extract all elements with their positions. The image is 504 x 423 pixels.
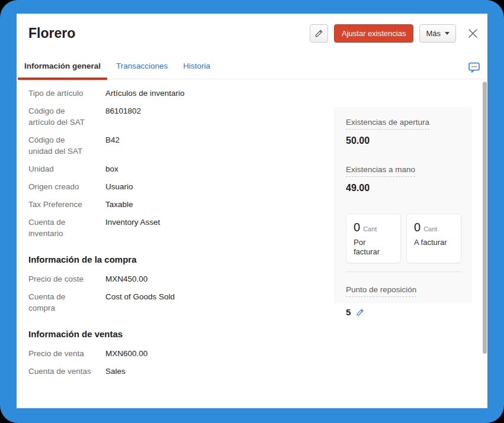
tab-content-general: Tipo de artículo Artículos de inventario… [17, 79, 487, 412]
field-value: MXN600.00 [105, 348, 325, 359]
field-value: B42 [105, 134, 325, 157]
more-button[interactable]: Más [419, 24, 456, 43]
qty-row: 0 Cant [354, 220, 393, 234]
tab-transacciones[interactable]: Transacciones [110, 62, 174, 79]
stock-on-hand-label: Existencias a mano [346, 164, 415, 177]
adjust-stock-button[interactable]: Ajustar existencias [334, 24, 413, 43]
qty-value: 0 [354, 220, 360, 234]
field-row-precio-coste: Precio de coste MXN450.00 [28, 273, 325, 285]
tab-historia[interactable]: Historia [176, 62, 217, 79]
field-value: Usuario [105, 181, 325, 192]
field-value: Sales [105, 366, 325, 377]
adjust-stock-label: Ajustar existencias [342, 29, 406, 38]
qty-to-invoice-card[interactable]: 0 Cant Por facturar [346, 214, 401, 263]
field-value: Taxable [105, 199, 325, 210]
tab-label: Historia [183, 62, 210, 70]
stock-on-hand-value: 49.00 [346, 182, 461, 193]
field-label: Tax Preference [28, 199, 105, 210]
field-row-codigo-articulo-sat: Código de artículo del SAT 86101802 [28, 105, 325, 128]
qty-value: 0 [414, 220, 420, 234]
tab-label: Información general [24, 62, 101, 70]
field-row-cuenta-ventas: Cuenta de ventas Sales [28, 366, 325, 377]
sales-section-title: Información de ventas [28, 329, 325, 340]
field-row-unidad: Unidad box [28, 163, 325, 175]
field-label: Cuenta de compra [28, 291, 105, 314]
field-value: Artículos de inventario [105, 88, 325, 99]
qty-row: 0 Cant [414, 220, 454, 234]
field-row-origen: Origen creado Usuario [28, 181, 325, 192]
qty-caption: A facturar [414, 238, 454, 247]
stock-on-hand-group: Existencias a mano 49.00 [346, 164, 461, 193]
pencil-icon [356, 308, 364, 317]
panel-divider [346, 272, 461, 272]
reorder-point-row: 5 [346, 307, 461, 317]
qty-caption: Por facturar [354, 238, 393, 257]
panel-header: Florero Ajustar existencias Más [17, 14, 487, 44]
field-label: Código de unidad del SAT [28, 134, 105, 157]
more-label: Más [426, 29, 441, 38]
field-value: box [105, 163, 325, 175]
field-row-cuenta-inventario: Cuenta de inventario Inventory Asset [28, 217, 325, 239]
purchase-section-title: Información de la compra [28, 254, 325, 265]
qty-unit: Cant [363, 225, 377, 233]
scrollbar-thumb[interactable] [483, 82, 487, 354]
reorder-point-label: Punto de reposición [346, 285, 416, 297]
stock-summary-panel: Existencias de apertura 50.00 Existencia… [334, 107, 472, 303]
tab-label: Transacciones [116, 62, 168, 70]
comments-button[interactable] [468, 62, 480, 73]
reorder-edit-button[interactable] [356, 308, 364, 317]
field-label: Precio de venta [28, 348, 105, 359]
tab-bar: Información general Transacciones Histor… [17, 62, 487, 79]
field-row-tipo: Tipo de artículo Artículos de inventario [28, 88, 325, 99]
field-row-precio-venta: Precio de venta MXN600.00 [28, 348, 325, 359]
field-label: Código de artículo del SAT [28, 105, 105, 128]
field-label: Cuenta de ventas [28, 366, 105, 377]
field-label: Tipo de artículo [28, 88, 105, 99]
field-label: Origen creado [28, 181, 105, 192]
field-label: Precio de coste [28, 273, 105, 285]
quantity-cards: 0 Cant Por facturar 0 Cant A facturar [346, 214, 461, 263]
caret-down-icon [445, 32, 450, 35]
opening-stock-group: Existencias de apertura 50.00 [346, 117, 461, 146]
field-row-cuenta-compra: Cuenta de compra Cost of Goods Sold [28, 291, 325, 314]
app-backdrop: Florero Ajustar existencias Más [0, 0, 504, 423]
item-detail-panel: Florero Ajustar existencias Más [17, 14, 487, 408]
opening-stock-label: Existencias de apertura [346, 117, 429, 130]
edit-button[interactable] [310, 24, 328, 43]
close-icon [467, 28, 479, 39]
field-value: MXN450.00 [105, 273, 325, 285]
item-fields: Tipo de artículo Artículos de inventario… [17, 79, 325, 377]
field-label: Unidad [28, 163, 105, 175]
field-label: Cuenta de inventario [28, 217, 105, 239]
field-value: 86101802 [105, 105, 325, 128]
pencil-icon [314, 29, 323, 38]
close-button[interactable] [467, 28, 479, 39]
qty-unit: Cant [423, 225, 437, 233]
reorder-point-group: Punto de reposición 5 [346, 284, 461, 317]
comment-dots-icon [468, 62, 480, 73]
header-actions: Ajustar existencias Más [310, 24, 479, 43]
field-value: Cost of Goods Sold [105, 291, 325, 314]
qty-to-bill-card[interactable]: 0 Cant A facturar [406, 214, 461, 263]
tab-informacion-general[interactable]: Información general [18, 62, 107, 79]
field-row-tax-preference: Tax Preference Taxable [28, 199, 325, 210]
field-row-codigo-unidad-sat: Código de unidad del SAT B42 [28, 134, 325, 157]
opening-stock-value: 50.00 [346, 135, 461, 146]
field-value: Inventory Asset [105, 217, 325, 239]
reorder-point-value: 5 [346, 307, 351, 317]
